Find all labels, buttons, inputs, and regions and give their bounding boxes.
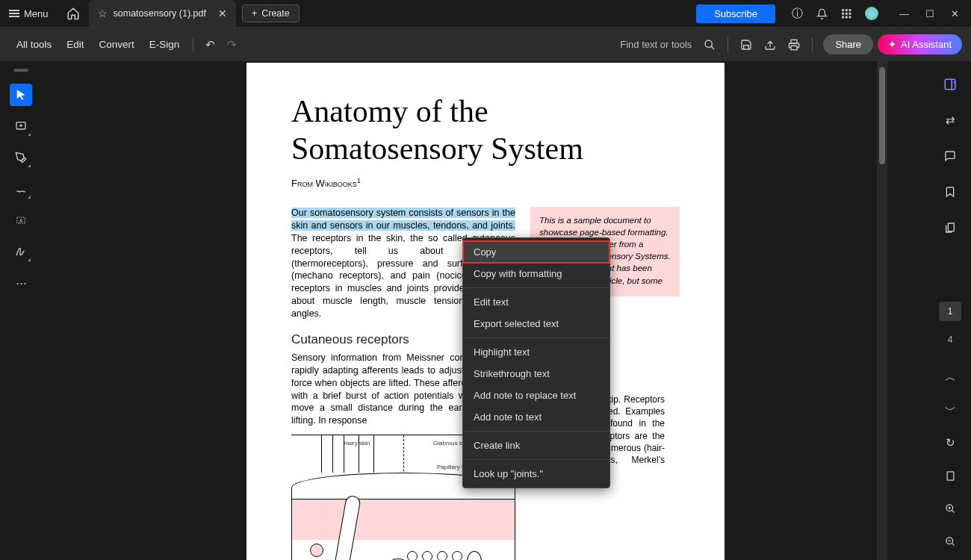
all-tools-button[interactable]: All tools [9, 34, 59, 55]
tab-close-button[interactable]: ✕ [218, 7, 227, 19]
document-tab[interactable]: ☆ somatosensory (1).pdf ✕ [89, 0, 236, 27]
zoom-in-button[interactable] [939, 497, 961, 520]
right-toolbar: + ⇄ 1 4 ︿ ﹀ ↻ [929, 61, 971, 560]
svg-line-30 [952, 543, 954, 545]
cm-copy-formatting[interactable]: Copy with formatting [463, 263, 609, 284]
cm-copy[interactable]: Copy [463, 241, 609, 263]
subtitle-sup: 1 [357, 177, 361, 184]
left-toolbar: A ⋯ [0, 61, 42, 560]
tab-title: somatosensory (1).pdf [114, 8, 206, 19]
redo-button[interactable]: ↷ [221, 34, 243, 56]
hamburger-icon [9, 8, 19, 19]
rotate-button[interactable]: ↻ [939, 432, 961, 454]
selected-text[interactable]: Our somatosensory system consists of sen… [291, 208, 515, 231]
svg-rect-0 [842, 9, 844, 11]
cm-add-note-replace[interactable]: Add note to replace text [463, 385, 609, 406]
print-icon[interactable] [782, 34, 806, 55]
cm-highlight[interactable]: Highlight text [463, 341, 609, 363]
convert-button[interactable]: Convert [92, 34, 142, 55]
cm-separator [463, 287, 609, 288]
home-icon [66, 7, 80, 20]
total-pages: 4 [948, 335, 953, 345]
divider [728, 37, 728, 52]
sparkle-icon: ✦ [888, 39, 896, 50]
bell-icon[interactable] [816, 8, 828, 19]
select-tool[interactable] [10, 84, 32, 106]
svg-rect-6 [842, 16, 844, 19]
help-icon[interactable]: ⓘ [792, 7, 803, 21]
page-up-button[interactable]: ︿ [939, 366, 961, 388]
save-icon[interactable] [734, 34, 758, 55]
drag-handle[interactable] [13, 69, 28, 72]
draw-tool[interactable] [10, 178, 32, 200]
document-title: Anatomy of the Somatosensory System [291, 93, 680, 168]
panel-toggle-button[interactable]: + [939, 73, 961, 96]
highlight-tool[interactable] [10, 146, 32, 169]
bookmark-panel-icon[interactable] [939, 181, 961, 203]
pages-panel-icon[interactable] [939, 217, 961, 239]
find-label[interactable]: Find text or tools [620, 39, 692, 50]
svg-line-10 [711, 46, 714, 49]
home-button[interactable] [58, 7, 89, 20]
star-icon[interactable]: ☆ [98, 7, 108, 19]
create-button[interactable]: + Create [242, 4, 300, 22]
cm-separator [463, 337, 609, 338]
cm-lookup[interactable]: Look up "joints." [463, 463, 609, 485]
svg-rect-23 [947, 471, 954, 479]
menu-button[interactable]: Menu [0, 0, 58, 27]
svg-rect-1 [846, 9, 848, 11]
maximize-button[interactable]: ☐ [925, 8, 934, 19]
upload-icon[interactable] [758, 34, 782, 55]
close-button[interactable]: ✕ [951, 8, 959, 19]
window-controls: ― ☐ ✕ [887, 8, 971, 19]
svg-rect-8 [849, 16, 851, 19]
create-label: Create [261, 8, 290, 19]
vertical-scrollbar[interactable] [877, 61, 887, 560]
page-down-button[interactable]: ﹀ [939, 399, 961, 421]
svg-rect-7 [846, 16, 848, 19]
search-icon[interactable] [698, 34, 722, 55]
svg-rect-4 [846, 13, 848, 15]
cm-create-link[interactable]: Create link [463, 435, 609, 456]
cm-separator [463, 431, 609, 432]
ai-assistant-button[interactable]: ✦ AI Assistant [878, 34, 962, 55]
svg-rect-12 [791, 46, 797, 49]
avatar[interactable] [865, 7, 878, 20]
cm-add-note[interactable]: Add note to text [463, 406, 609, 428]
scrollbar-thumb[interactable] [879, 67, 885, 164]
document-subtitle: From Wikibooks1 [291, 177, 680, 189]
svg-line-27 [952, 510, 954, 512]
fig-label: Hairy skin [344, 440, 370, 447]
comments-panel-icon[interactable] [939, 145, 961, 167]
more-tools[interactable]: ⋯ [10, 272, 32, 294]
cm-export-selected[interactable]: Export selected text [463, 313, 609, 335]
svg-rect-13 [791, 40, 797, 43]
context-menu: Copy Copy with formatting Edit text Expo… [462, 237, 610, 488]
current-page-input[interactable]: 1 [939, 302, 961, 321]
sign-tool[interactable] [10, 240, 32, 263]
ai-label: AI Assistant [901, 39, 952, 50]
divider [193, 37, 193, 52]
apps-icon[interactable] [841, 8, 851, 19]
edit-button[interactable]: Edit [59, 34, 91, 55]
svg-text:+: + [953, 80, 956, 84]
swap-icon[interactable]: ⇄ [939, 109, 961, 131]
svg-text:A: A [19, 218, 23, 223]
divider [812, 37, 813, 52]
cm-edit-text[interactable]: Edit text [463, 291, 609, 313]
minimize-button[interactable]: ― [899, 8, 909, 19]
share-button[interactable]: Share [823, 34, 873, 55]
undo-button[interactable]: ↶ [199, 34, 221, 56]
comment-tool[interactable] [10, 115, 32, 137]
menu-label: Menu [24, 8, 49, 19]
text-box-tool[interactable]: A [10, 209, 32, 231]
subscribe-button[interactable]: Subscribe [696, 4, 775, 23]
svg-rect-2 [849, 9, 851, 11]
svg-rect-3 [842, 13, 844, 15]
zoom-out-button[interactable] [939, 530, 961, 553]
subtitle-text: From Wikibooks [291, 178, 357, 189]
cm-strikethrough[interactable]: Strikethrough text [463, 363, 609, 385]
cm-separator [463, 459, 609, 460]
esign-button[interactable]: E-Sign [142, 34, 187, 55]
fit-page-button[interactable] [939, 464, 961, 487]
